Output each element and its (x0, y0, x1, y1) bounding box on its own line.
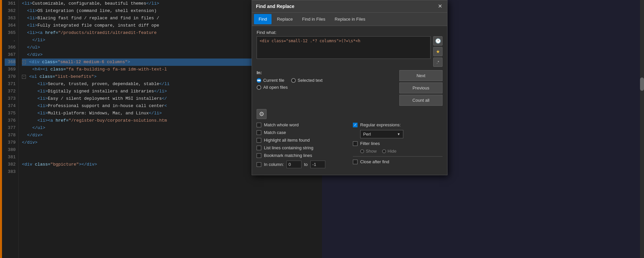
radio-current-file[interactable]: Current file (257, 78, 284, 83)
checkbox-box-list-lines (257, 146, 261, 150)
to-label: to (304, 162, 308, 167)
checkbox-bookmark[interactable]: Bookmark matching lines (257, 153, 346, 158)
match-case-label: Match case (264, 130, 286, 135)
tab-bar: Find Replace Find in Files Replace in Fi… (252, 13, 447, 26)
radio-circle-show (360, 149, 364, 153)
gear-button[interactable]: ⚙ (257, 109, 267, 119)
regex-label: Regular expressions: (360, 122, 401, 127)
in-label: In: (257, 70, 262, 75)
dialog-title: Find and Replace (256, 4, 294, 9)
column-from-input[interactable] (286, 161, 301, 168)
dialog-titlebar: Find and Replace ✕ (252, 0, 447, 13)
checkbox-box-close-after (353, 160, 358, 164)
radio-hide[interactable]: Hide (382, 149, 397, 154)
checkbox-list-lines[interactable]: List lines containing string (257, 145, 346, 150)
checkbox-box-match-case (257, 130, 261, 135)
bookmark-label: Bookmark matching lines (264, 153, 312, 158)
radio-circle-all (257, 85, 261, 90)
bookmark-button[interactable]: ★ (433, 47, 443, 56)
show-label: Show (366, 149, 377, 154)
collapse-icon[interactable]: - (22, 60, 26, 64)
tab-find[interactable]: Find (254, 14, 272, 24)
checkbox-box-whole-word (257, 123, 261, 127)
separator (353, 156, 443, 157)
radio-label-current: Current file (263, 78, 284, 83)
radio-selected-text[interactable]: Selected text (291, 78, 323, 83)
previous-button[interactable]: Previous (399, 82, 443, 93)
radio-circle-hide (382, 149, 386, 153)
find-what-input[interactable] (257, 36, 431, 59)
checkbox-box-bookmark (257, 153, 261, 158)
list-lines-label: List lines containing string (264, 145, 313, 150)
perl-dropdown[interactable]: Perl ▼ (360, 130, 403, 138)
filter-lines-label: Filter lines (360, 141, 380, 146)
radio-circle-current (257, 78, 261, 83)
collapse-icon[interactable]: - (22, 75, 26, 79)
line-numbers: 361 362 363 364 365 . 366 367 368 369 37… (2, 0, 19, 258)
highlight-all-label: Highlight all items found (264, 138, 310, 143)
radio-label-selected: Selected text (298, 78, 323, 83)
close-button[interactable]: ✕ (437, 3, 443, 10)
close-after-find-label: Close after find (360, 159, 389, 164)
checkbox-match-whole-word[interactable]: Match whole word (257, 122, 346, 127)
find-replace-dialog: Find and Replace ✕ Find Replace Find in … (252, 0, 447, 175)
radio-all-open-files[interactable]: All open files (257, 85, 396, 90)
checkbox-highlight-all[interactable]: Highlight all items found (257, 138, 346, 143)
perl-value: Perl (363, 132, 371, 137)
scrollbar[interactable] (640, 0, 644, 258)
tab-replace[interactable]: Replace (272, 13, 297, 26)
regex-helper-button[interactable]: .* (433, 58, 443, 67)
hide-label: Hide (388, 149, 397, 154)
find-what-label: Find what: (257, 30, 443, 35)
checkbox-box-filter (353, 141, 358, 146)
next-button[interactable]: Next (399, 70, 443, 81)
radio-show[interactable]: Show (360, 149, 377, 154)
radio-circle-selected (291, 78, 296, 83)
checkbox-box-regex: ✓ (353, 123, 358, 127)
count-all-button[interactable]: Count all (399, 95, 443, 106)
column-to-input[interactable] (310, 161, 325, 168)
checkbox-box-highlight (257, 138, 261, 143)
radio-label-all: All open files (263, 85, 288, 90)
in-column-label: In column: (264, 162, 284, 167)
history-button[interactable]: 🕐 (433, 36, 443, 46)
checkbox-box-in-column (257, 162, 261, 167)
tab-replace-in-files[interactable]: Replace in Files (330, 13, 370, 26)
match-whole-word-label: Match whole word (264, 122, 299, 127)
dropdown-arrow-icon: ▼ (397, 132, 400, 136)
tab-find-in-files[interactable]: Find in Files (297, 13, 330, 26)
checkbox-match-case[interactable]: Match case (257, 130, 346, 135)
